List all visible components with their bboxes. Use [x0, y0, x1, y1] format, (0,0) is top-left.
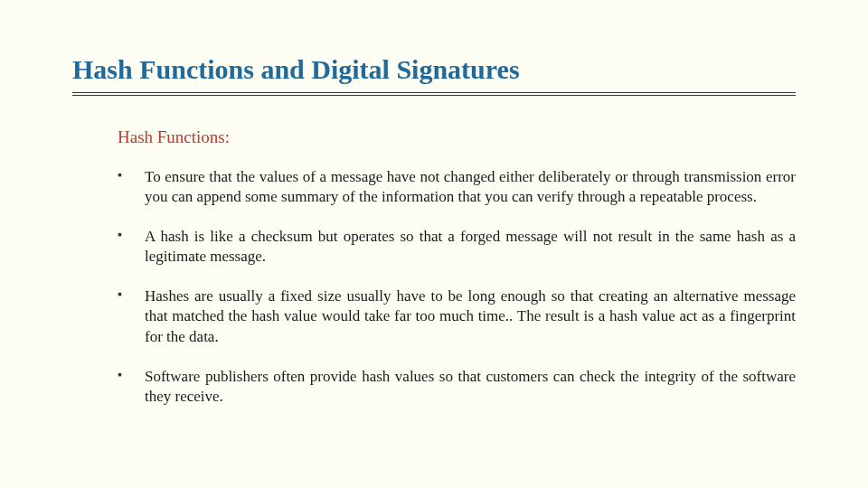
- title-divider: [72, 92, 796, 96]
- bullet-list: To ensure that the values of a message h…: [118, 167, 796, 407]
- list-item: Software publishers often provide hash v…: [118, 367, 796, 407]
- section-heading: Hash Functions:: [118, 127, 796, 147]
- list-item: To ensure that the values of a message h…: [118, 167, 796, 207]
- slide: Hash Functions and Digital Signatures Ha…: [0, 0, 868, 488]
- list-item: A hash is like a checksum but operates s…: [118, 227, 796, 267]
- slide-title: Hash Functions and Digital Signatures: [72, 54, 796, 85]
- list-item: Hashes are usually a fixed size usually …: [118, 286, 796, 346]
